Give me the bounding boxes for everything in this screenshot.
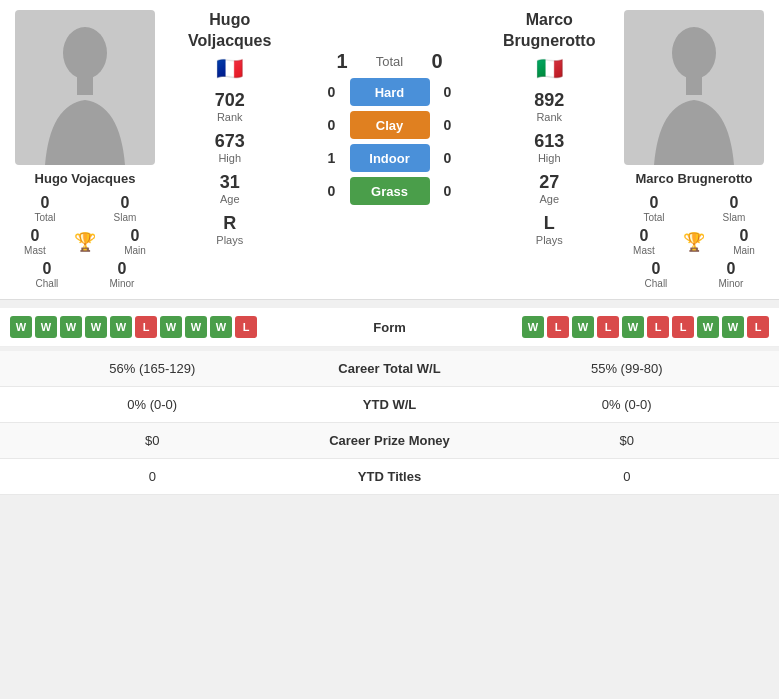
form-badge: W bbox=[210, 316, 232, 338]
player2-slam-label: Slam bbox=[723, 212, 746, 223]
player1-chall-label: Chall bbox=[36, 278, 59, 289]
player1-form-badges: WWWWWLWWWL bbox=[10, 316, 340, 338]
player1-plays-value: R bbox=[223, 213, 236, 234]
player2-form-badges: WLWLWLLWWL bbox=[440, 316, 770, 338]
hard-left: 0 bbox=[322, 84, 342, 100]
player2-mast-cell: 0 Mast bbox=[633, 227, 655, 256]
player2-age-stat: 27 Age bbox=[539, 172, 559, 205]
stats-row: 0% (0-0)YTD W/L0% (0-0) bbox=[0, 387, 779, 423]
grass-badge: Grass bbox=[350, 177, 430, 205]
player2-slam-value: 0 bbox=[730, 194, 739, 212]
form-badge: W bbox=[60, 316, 82, 338]
form-badge: W bbox=[185, 316, 207, 338]
player2-age-value: 27 bbox=[539, 172, 559, 193]
player2-plays-stat: L Plays bbox=[536, 213, 563, 246]
form-badge: W bbox=[697, 316, 719, 338]
player1-mast-cell: 0 Mast bbox=[24, 227, 46, 256]
player2-high-stat: 613 High bbox=[534, 131, 564, 164]
player1-total-label: Total bbox=[34, 212, 55, 223]
player2-minor-value: 0 bbox=[726, 260, 735, 278]
form-badge: W bbox=[110, 316, 132, 338]
grass-row: 0 Grass 0 bbox=[322, 177, 458, 205]
stat-left-value: 0% (0-0) bbox=[5, 397, 300, 412]
player2-plays-value: L bbox=[544, 213, 555, 234]
svg-point-2 bbox=[672, 27, 716, 79]
player1-high-value: 673 bbox=[215, 131, 245, 152]
player1-trophy-row: 0 Mast 🏆 0 Main bbox=[5, 227, 165, 256]
stats-row: $0Career Prize Money$0 bbox=[0, 423, 779, 459]
total-right: 0 bbox=[425, 50, 450, 73]
player2-minor-label: Minor bbox=[718, 278, 743, 289]
player1-high-stat: 673 High bbox=[215, 131, 245, 164]
stats-row: 56% (165-129)Career Total W/L55% (99-80) bbox=[0, 351, 779, 387]
form-badge: L bbox=[235, 316, 257, 338]
player2-center-name: MarcoBrugnerotto bbox=[503, 10, 595, 52]
player-section: Hugo Vojacques 0 Total 0 Slam 0 Mast 🏆 bbox=[0, 0, 779, 300]
grass-left: 0 bbox=[322, 183, 342, 199]
stat-left-value: 0 bbox=[5, 469, 300, 484]
player1-slam-cell: 0 Slam bbox=[90, 194, 160, 223]
player2-total-cell: 0 Total bbox=[619, 194, 689, 223]
player1-stats: 0 Total 0 Slam bbox=[5, 194, 165, 223]
svg-point-0 bbox=[63, 27, 107, 79]
form-badge: L bbox=[547, 316, 569, 338]
player1-avatar bbox=[15, 10, 155, 165]
player2-chall-cell: 0 Chall bbox=[645, 260, 668, 289]
stat-right-value: 0 bbox=[480, 469, 775, 484]
form-badge: W bbox=[85, 316, 107, 338]
stats-row: 0YTD Titles0 bbox=[0, 459, 779, 495]
indoor-left: 1 bbox=[322, 150, 342, 166]
player2-plays-label: Plays bbox=[536, 234, 563, 246]
hard-row: 0 Hard 0 bbox=[322, 78, 458, 106]
form-badge: L bbox=[647, 316, 669, 338]
stat-center-label: YTD Titles bbox=[300, 469, 480, 484]
player2-rank-stat: 892 Rank bbox=[534, 90, 564, 123]
player1-age-value: 31 bbox=[220, 172, 240, 193]
player2-rank-label: Rank bbox=[536, 111, 562, 123]
stat-left-value: $0 bbox=[5, 433, 300, 448]
player1-plays-label: Plays bbox=[216, 234, 243, 246]
indoor-badge: Indoor bbox=[350, 144, 430, 172]
grass-right: 0 bbox=[438, 183, 458, 199]
player2-main-label: Main bbox=[733, 245, 755, 256]
player1-chall-value: 0 bbox=[42, 260, 51, 278]
stat-center-label: YTD W/L bbox=[300, 397, 480, 412]
player2-minor-cell: 0 Minor bbox=[718, 260, 743, 289]
player1-name: Hugo Vojacques bbox=[35, 171, 136, 186]
player1-minor-value: 0 bbox=[117, 260, 126, 278]
player1-mast-label: Mast bbox=[24, 245, 46, 256]
player2-age-label: Age bbox=[539, 193, 559, 205]
player1-age-label: Age bbox=[220, 193, 240, 205]
stat-center-label: Career Total W/L bbox=[300, 361, 480, 376]
player2-rank-value: 892 bbox=[534, 90, 564, 111]
player1-total-cell: 0 Total bbox=[10, 194, 80, 223]
player2-flag: 🇮🇹 bbox=[536, 56, 563, 82]
player1-center: HugoVoljacques 🇫🇷 702 Rank 673 High 31 A… bbox=[170, 0, 290, 299]
player1-minor-label: Minor bbox=[109, 278, 134, 289]
form-badge: L bbox=[672, 316, 694, 338]
clay-badge: Clay bbox=[350, 111, 430, 139]
player2-center: MarcoBrugnerotto 🇮🇹 892 Rank 613 High 27… bbox=[490, 0, 610, 299]
player1-minor-cell: 0 Minor bbox=[109, 260, 134, 289]
player2-mast-label: Mast bbox=[633, 245, 655, 256]
player1-main-label: Main bbox=[124, 245, 146, 256]
form-badge: W bbox=[622, 316, 644, 338]
form-section: WWWWWLWWWL Form WLWLWLLWWL bbox=[0, 308, 779, 347]
player1-slam-label: Slam bbox=[114, 212, 137, 223]
hard-badge: Hard bbox=[350, 78, 430, 106]
form-badge: W bbox=[160, 316, 182, 338]
player2-high-value: 613 bbox=[534, 131, 564, 152]
player2-avatar bbox=[624, 10, 764, 165]
stat-left-value: 56% (165-129) bbox=[5, 361, 300, 376]
form-badge: L bbox=[597, 316, 619, 338]
clay-right: 0 bbox=[438, 117, 458, 133]
player2-total-label: Total bbox=[643, 212, 664, 223]
player1-flag: 🇫🇷 bbox=[216, 56, 243, 82]
player1-plays-stat: R Plays bbox=[216, 213, 243, 246]
svg-rect-3 bbox=[686, 75, 702, 95]
player1-rank-value: 702 bbox=[215, 90, 245, 111]
svg-rect-1 bbox=[77, 75, 93, 95]
player1-mast-value: 0 bbox=[30, 227, 39, 245]
player2-high-label: High bbox=[538, 152, 561, 164]
indoor-row: 1 Indoor 0 bbox=[322, 144, 458, 172]
